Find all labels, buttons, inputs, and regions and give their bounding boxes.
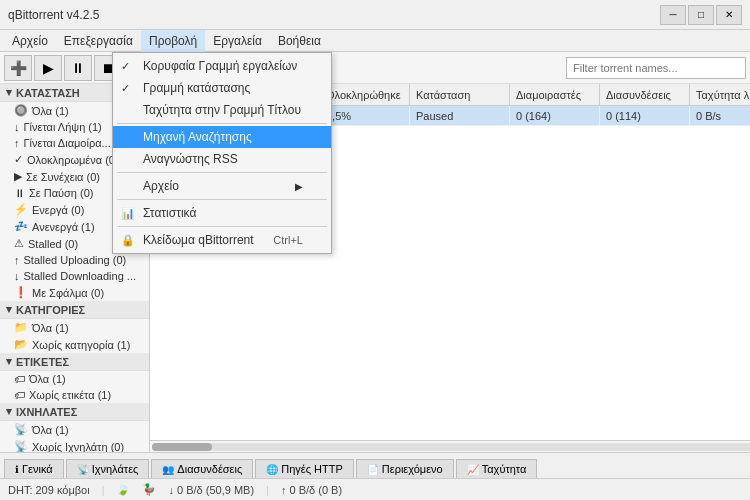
dropdown-item-rss[interactable]: Αναγνώστης RSS bbox=[113, 148, 331, 170]
dropdown-separator bbox=[117, 199, 327, 200]
dropdown-item-log[interactable]: Αρχείο▶ bbox=[113, 175, 331, 197]
view-dropdown-menu: ✓Κορυφαία Γραμμή εργαλείων✓Γραμμή κατάστ… bbox=[112, 52, 332, 254]
dropdown-separator bbox=[117, 123, 327, 124]
dropdown-item-label-lock: Κλείδωμα qBittorrent bbox=[143, 233, 254, 247]
dropdown-item-label-searchengine: Μηχανή Αναζήτησης bbox=[143, 130, 252, 144]
dropdown-item-label-rss: Αναγνώστης RSS bbox=[143, 152, 238, 166]
dropdown-item-label-statusbar: Γραμμή κατάστασης bbox=[143, 81, 250, 95]
checkmark-icon: ✓ bbox=[121, 60, 130, 73]
dropdown-item-titlespeed[interactable]: Ταχύτητα στην Γραμμή Τίτλου bbox=[113, 99, 331, 121]
dropdown-item-searchengine[interactable]: Μηχανή Αναζήτησης bbox=[113, 126, 331, 148]
dropdown-item-label-titlespeed: Ταχύτητα στην Γραμμή Τίτλου bbox=[143, 103, 301, 117]
dropdown-item-label-log: Αρχείο bbox=[143, 179, 179, 193]
checkmark-icon: ✓ bbox=[121, 82, 130, 95]
dropdown-item-lock[interactable]: 🔒Κλείδωμα qBittorrentCtrl+L bbox=[113, 229, 331, 251]
dropdown-item-label-toolbar: Κορυφαία Γραμμή εργαλείων bbox=[143, 59, 297, 73]
lock-icon: 🔒 bbox=[121, 234, 135, 247]
dropdown-separator bbox=[117, 172, 327, 173]
dropdown-item-toolbar[interactable]: ✓Κορυφαία Γραμμή εργαλείων bbox=[113, 55, 331, 77]
chart-icon: 📊 bbox=[121, 207, 135, 220]
dropdown-item-stats[interactable]: 📊Στατιστικά bbox=[113, 202, 331, 224]
dropdown-separator bbox=[117, 226, 327, 227]
dropdown-item-statusbar[interactable]: ✓Γραμμή κατάστασης bbox=[113, 77, 331, 99]
submenu-arrow-icon: ▶ bbox=[295, 181, 303, 192]
shortcut-lock: Ctrl+L bbox=[273, 234, 303, 246]
dropdown-item-label-stats: Στατιστικά bbox=[143, 206, 196, 220]
